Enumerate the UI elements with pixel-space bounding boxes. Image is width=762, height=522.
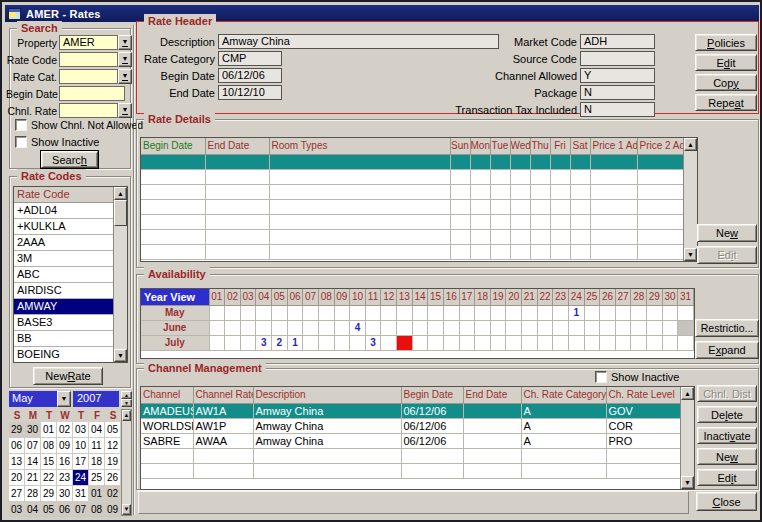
availability-cell[interactable] [397, 320, 413, 335]
channel-row[interactable] [141, 463, 680, 478]
grid-cell[interactable] [590, 214, 637, 229]
grid-cell[interactable] [570, 184, 590, 199]
availability-day-header[interactable]: 05 [272, 289, 288, 305]
copy-button[interactable]: Copy [695, 74, 757, 91]
year-view-header[interactable]: Year View [141, 289, 209, 305]
availability-cell[interactable] [584, 335, 600, 350]
rate-details-column-header[interactable]: Mon [470, 138, 490, 154]
availability-cell[interactable] [600, 305, 616, 320]
calendar-day[interactable]: 19 [105, 454, 121, 470]
grid-cell[interactable]: A [521, 403, 606, 418]
calendar-day[interactable]: 21 [25, 470, 41, 486]
grid-cell[interactable]: 06/12/06 [401, 403, 463, 418]
availability-day-header[interactable]: 10 [350, 289, 366, 305]
grid-cell[interactable] [193, 448, 253, 463]
grid-cell[interactable] [510, 229, 530, 244]
availability-day-header[interactable]: 19 [490, 289, 506, 305]
scroll-up-icon[interactable]: ▲ [122, 410, 131, 421]
begin-date-field[interactable]: 06/12/06 [218, 68, 282, 83]
grid-cell[interactable]: AWAA [193, 433, 253, 448]
market-code-field[interactable]: ADH [580, 34, 655, 49]
rate-details-column-header[interactable]: Tue [490, 138, 510, 154]
calendar-day[interactable]: 08 [89, 502, 105, 518]
rate-details-column-header[interactable]: Price 2 Adul [637, 138, 683, 154]
grid-cell[interactable] [450, 214, 470, 229]
availability-cell[interactable] [459, 320, 475, 335]
availability-cell[interactable] [662, 335, 678, 350]
grid-cell[interactable] [205, 244, 269, 259]
grid-cell[interactable] [141, 154, 205, 169]
grid-cell[interactable] [463, 418, 521, 433]
grid-cell[interactable] [530, 169, 550, 184]
availability-cell[interactable] [662, 320, 678, 335]
availability-cell[interactable] [240, 320, 256, 335]
rate-code-item[interactable]: BB [14, 331, 113, 347]
calendar-day[interactable]: 07 [73, 502, 89, 518]
grid-cell[interactable] [530, 154, 550, 169]
availability-day-header[interactable]: 26 [600, 289, 616, 305]
property-field[interactable]: AMER [59, 35, 118, 50]
grid-cell[interactable]: SABRE [141, 433, 193, 448]
channel-allowed-field[interactable]: Y [580, 68, 655, 83]
channel-column-header[interactable]: Begin Date [401, 387, 463, 403]
grid-cell[interactable] [205, 169, 269, 184]
calendar-month-select[interactable]: May [9, 391, 57, 407]
spinner-up-icon[interactable]: ▲ [121, 391, 132, 399]
availability-cell[interactable] [475, 335, 491, 350]
availability-cell[interactable] [412, 305, 428, 320]
grid-cell[interactable] [470, 199, 490, 214]
grid-cell[interactable] [490, 169, 510, 184]
grid-cell[interactable] [490, 199, 510, 214]
grid-cell[interactable] [590, 184, 637, 199]
availability-cell[interactable] [631, 320, 647, 335]
availability-cell[interactable] [334, 320, 350, 335]
calendar-day[interactable]: 02 [57, 422, 73, 438]
calendar-day[interactable]: 10 [73, 438, 89, 454]
grid-cell[interactable] [470, 169, 490, 184]
channel-show-inactive-checkbox[interactable] [595, 371, 607, 383]
availability-cell[interactable] [397, 305, 413, 320]
grid-cell[interactable]: GOV [606, 403, 680, 418]
rate-cat-field[interactable] [59, 69, 118, 84]
availability-cell[interactable] [490, 320, 506, 335]
availability-cell[interactable] [631, 335, 647, 350]
grid-cell[interactable] [193, 463, 253, 478]
availability-cell[interactable] [553, 320, 569, 335]
calendar-day[interactable]: 29 [41, 486, 57, 502]
grid-cell[interactable] [570, 169, 590, 184]
grid-cell[interactable] [530, 244, 550, 259]
calendar-day[interactable]: 31 [73, 486, 89, 502]
availability-cell[interactable] [615, 305, 631, 320]
availability-day-header[interactable]: 13 [397, 289, 413, 305]
availability-day-header[interactable]: 12 [381, 289, 397, 305]
availability-day-header[interactable]: 25 [584, 289, 600, 305]
grid-cell[interactable]: AMADEUS [141, 403, 193, 418]
rate-details-column-header[interactable]: Sat [570, 138, 590, 154]
grid-cell[interactable] [590, 154, 637, 169]
grid-cell[interactable] [253, 448, 401, 463]
grid-cell[interactable] [401, 448, 463, 463]
availability-day-header[interactable]: 30 [662, 289, 678, 305]
grid-cell[interactable]: AW1A [193, 403, 253, 418]
end-date-field[interactable]: 10/12/10 [218, 85, 282, 100]
rate-details-column-header[interactable]: Room Types [269, 138, 450, 154]
rate-code-item[interactable]: 2AAA [14, 235, 113, 251]
grid-cell[interactable] [450, 154, 470, 169]
availability-cell[interactable] [365, 320, 381, 335]
grid-cell[interactable] [269, 184, 450, 199]
grid-cell[interactable] [550, 199, 570, 214]
grid-cell[interactable] [269, 214, 450, 229]
availability-cell[interactable] [303, 305, 319, 320]
grid-cell[interactable] [450, 169, 470, 184]
inactivate-button[interactable]: Inactivate [697, 427, 757, 444]
chnl-rate-lov-button[interactable]: ▼ [118, 103, 132, 118]
grid-cell[interactable] [269, 244, 450, 259]
availability-cell[interactable] [600, 320, 616, 335]
availability-cell[interactable] [443, 305, 459, 320]
grid-cell[interactable] [510, 169, 530, 184]
grid-cell[interactable] [205, 154, 269, 169]
availability-cell[interactable] [615, 320, 631, 335]
availability-cell[interactable] [537, 305, 553, 320]
availability-cell[interactable] [350, 335, 366, 350]
calendar-year-field[interactable]: 2007 [73, 391, 119, 407]
